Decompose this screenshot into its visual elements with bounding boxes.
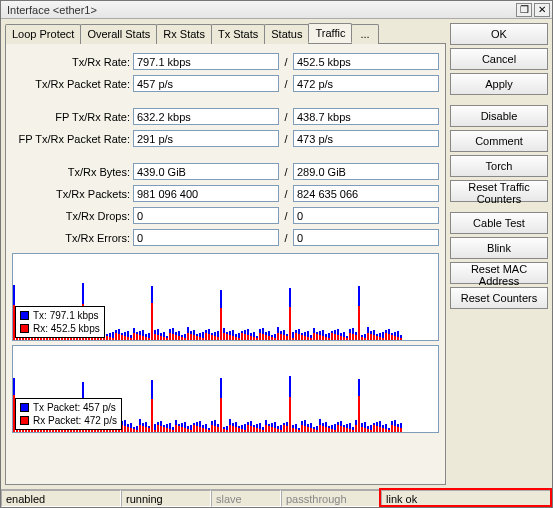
tab-tx-stats[interactable]: Tx Stats [211, 24, 265, 44]
tx-drops-field[interactable] [133, 207, 279, 224]
status-passthrough: passthrough [281, 490, 381, 507]
tab-loop-protect[interactable]: Loop Protect [5, 24, 81, 44]
button-column: OK Cancel Apply Disable Comment Torch Re… [450, 23, 548, 485]
label-fp-txrx-packet-rate: FP Tx/Rx Packet Rate: [12, 133, 130, 145]
rx-rate-field[interactable] [293, 53, 439, 70]
tx-swatch-icon [20, 311, 29, 320]
tx-bytes-field[interactable] [133, 163, 279, 180]
row-txrx-packet-rate: Tx/Rx Packet Rate: / [12, 74, 439, 93]
restore-button[interactable]: ❐ [516, 3, 532, 17]
apply-button[interactable]: Apply [450, 73, 548, 95]
rate-graph: Tx: 797.1 kbps Rx: 452.5 kbps [12, 253, 439, 341]
tab-more[interactable]: ... [351, 24, 378, 44]
label-txrx-packets: Tx/Rx Packets: [12, 188, 130, 200]
fp-rx-packet-rate-field[interactable] [293, 130, 439, 147]
disable-button[interactable]: Disable [450, 105, 548, 127]
reset-traffic-counters-button[interactable]: Reset Traffic Counters [450, 180, 548, 202]
label-fp-txrx-rate: FP Tx/Rx Rate: [12, 111, 130, 123]
fp-rx-rate-field[interactable] [293, 108, 439, 125]
tab-rx-stats[interactable]: Rx Stats [156, 24, 212, 44]
fp-tx-rate-field[interactable] [133, 108, 279, 125]
rate-legend: Tx: 797.1 kbps Rx: 452.5 kbps [15, 306, 105, 338]
close-button[interactable]: ✕ [534, 3, 550, 17]
reset-counters-button[interactable]: Reset Counters [450, 287, 548, 309]
separator-icon: / [282, 166, 290, 178]
row-txrx-rate: Tx/Rx Rate: / [12, 52, 439, 71]
separator-icon: / [282, 210, 290, 222]
label-txrx-drops: Tx/Rx Drops: [12, 210, 130, 222]
tx-packet-swatch-icon [20, 403, 29, 412]
blink-button[interactable]: Blink [450, 237, 548, 259]
rx-drops-field[interactable] [293, 207, 439, 224]
legend-rx: Rx: 452.5 kbps [33, 322, 100, 335]
ok-button[interactable]: OK [450, 23, 548, 45]
status-link: link ok [381, 490, 552, 507]
row-txrx-drops: Tx/Rx Drops: / [12, 206, 439, 225]
tx-packet-rate-field[interactable] [133, 75, 279, 92]
tab-strip: Loop Protect Overall Stats Rx Stats Tx S… [5, 23, 446, 43]
rx-bytes-field[interactable] [293, 163, 439, 180]
separator-icon: / [282, 56, 290, 68]
rx-packets-field[interactable] [293, 185, 439, 202]
status-enabled: enabled [1, 490, 121, 507]
rx-swatch-icon [20, 324, 29, 333]
label-txrx-bytes: Tx/Rx Bytes: [12, 166, 130, 178]
label-txrx-rate: Tx/Rx Rate: [12, 56, 130, 68]
legend-tx: Tx: 797.1 kbps [33, 309, 99, 322]
separator-icon: / [282, 78, 290, 90]
label-txrx-packet-rate: Tx/Rx Packet Rate: [12, 78, 130, 90]
interface-window: Interface <ether1> ❐ ✕ Loop Protect Over… [0, 0, 553, 508]
separator-icon: / [282, 188, 290, 200]
tab-overall-stats[interactable]: Overall Stats [80, 24, 157, 44]
window-title: Interface <ether1> [7, 4, 514, 16]
label-txrx-errors: Tx/Rx Errors: [12, 232, 130, 244]
row-txrx-bytes: Tx/Rx Bytes: / [12, 162, 439, 181]
separator-icon: / [282, 133, 290, 145]
separator-icon: / [282, 232, 290, 244]
legend-rx-packet: Rx Packet: 472 p/s [33, 414, 117, 427]
rx-packet-rate-field[interactable] [293, 75, 439, 92]
row-fp-txrx-packet-rate: FP Tx/Rx Packet Rate: / [12, 129, 439, 148]
highlight-annotation [379, 488, 552, 507]
tx-rate-field[interactable] [133, 53, 279, 70]
comment-button[interactable]: Comment [450, 130, 548, 152]
tab-body: Tx/Rx Rate: / Tx/Rx Packet Rate: / FP Tx… [5, 43, 446, 485]
left-panel: Loop Protect Overall Stats Rx Stats Tx S… [5, 23, 446, 485]
rx-packet-swatch-icon [20, 416, 29, 425]
row-fp-txrx-rate: FP Tx/Rx Rate: / [12, 107, 439, 126]
rx-errors-field[interactable] [293, 229, 439, 246]
tab-status[interactable]: Status [264, 24, 309, 44]
tab-traffic[interactable]: Traffic [308, 23, 352, 43]
content: Loop Protect Overall Stats Rx Stats Tx S… [1, 19, 552, 489]
tx-errors-field[interactable] [133, 229, 279, 246]
cable-test-button[interactable]: Cable Test [450, 212, 548, 234]
status-running: running [121, 490, 211, 507]
reset-mac-address-button[interactable]: Reset MAC Address [450, 262, 548, 284]
packet-legend: Tx Packet: 457 p/s Rx Packet: 472 p/s [15, 398, 122, 430]
legend-tx-packet: Tx Packet: 457 p/s [33, 401, 116, 414]
status-bar: enabled running slave passthrough link o… [1, 489, 552, 507]
tx-packets-field[interactable] [133, 185, 279, 202]
fp-tx-packet-rate-field[interactable] [133, 130, 279, 147]
status-slave: slave [211, 490, 281, 507]
graph-area: Tx: 797.1 kbps Rx: 452.5 kbps Tx Packet:… [12, 253, 439, 478]
cancel-button[interactable]: Cancel [450, 48, 548, 70]
field-rows: Tx/Rx Rate: / Tx/Rx Packet Rate: / FP Tx… [12, 52, 439, 247]
separator-icon: / [282, 111, 290, 123]
packet-graph: Tx Packet: 457 p/s Rx Packet: 472 p/s [12, 345, 439, 433]
torch-button[interactable]: Torch [450, 155, 548, 177]
titlebar: Interface <ether1> ❐ ✕ [1, 1, 552, 19]
row-txrx-packets: Tx/Rx Packets: / [12, 184, 439, 203]
row-txrx-errors: Tx/Rx Errors: / [12, 228, 439, 247]
